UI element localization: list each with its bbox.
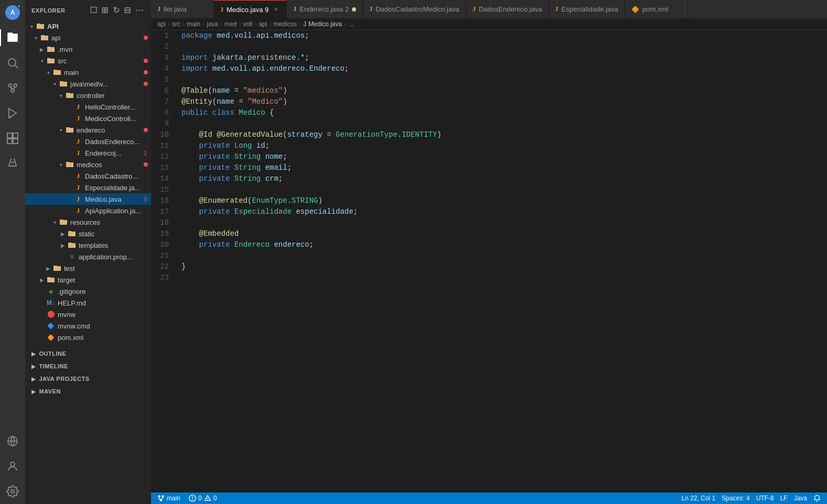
bc-api[interactable]: api [157,20,166,28]
sidebar-item-java[interactable]: ▾ java\med\v... [25,78,151,90]
sidebar-item-templates[interactable]: ▶ templates [25,239,151,251]
sidebar-item-gitignore[interactable]: ▶ ◈ .gitignore [25,286,151,297]
tab-controllerjava[interactable]: J ller.java [151,0,214,18]
tree-root[interactable]: ▾ API [25,20,151,32]
tab-bar: J ller.java J Medico.java 9 × J Endereco… [151,0,827,18]
more-options-icon[interactable]: ⋯ [134,4,145,16]
code-content[interactable]: package med.voll.api.medicos; import jak… [177,30,827,492]
sidebar-item-mvnw[interactable]: ▶ 🔴 mvnw [25,309,151,320]
line-number: 6 [151,85,173,96]
sidebar-item-api[interactable]: ▾ api [25,32,151,43]
source-control-icon [6,82,19,94]
refresh-icon[interactable]: ↻ [112,4,121,16]
bc-apiinner[interactable]: api [259,20,267,28]
medico-label: Medico.java [85,195,144,203]
maven-section[interactable]: ▶ MAVEN [25,385,151,398]
run-debug-button[interactable] [0,101,25,126]
accounts-button[interactable] [0,454,25,479]
svg-rect-10 [7,133,12,138]
sidebar-item-target[interactable]: ▶ target [25,274,151,286]
activity-bar-bottom [0,429,25,504]
bc-voll[interactable]: voll [243,20,252,28]
bc-more[interactable]: ... [348,20,353,28]
source-control-button[interactable] [0,75,25,101]
status-encoding[interactable]: UTF-8 [754,495,776,502]
sidebar-item-endereco[interactable]: ▾ endereco [25,124,151,136]
sidebar-item-helpmd[interactable]: ▶ M↓ HELP.md [25,297,151,309]
error-icon [189,495,196,502]
outline-section[interactable]: ▶ OUTLINE [25,347,151,360]
mc-java-icon: J [73,114,83,123]
settings-button[interactable] [0,479,25,504]
sidebar-item-src[interactable]: ▾ src [25,55,151,67]
sidebar-item-static[interactable]: ▶ static [25,228,151,239]
search-button[interactable] [0,50,25,75]
sidebar-item-controller[interactable]: ▾ controller [25,90,151,101]
line-number: 12 [151,151,173,162]
sidebar-item-main[interactable]: ▾ main [25,67,151,78]
remote-button[interactable] [0,429,25,454]
collapse-all-icon[interactable]: ⊟ [123,4,132,16]
bc-main[interactable]: main [187,20,200,28]
bc-sep1: › [168,20,170,28]
new-folder-icon[interactable]: ⊞ [100,4,110,16]
sidebar-item-resources[interactable]: ▾ resources [25,216,151,228]
bc-java[interactable]: java [207,20,218,28]
tab-especialidadejava[interactable]: J Especialidade.java [549,0,625,18]
tab-endereco-dot [352,7,356,12]
especialidade-label: Especialidade.ja... [85,184,151,192]
code-line [181,250,827,261]
status-language[interactable]: Java [792,495,809,502]
tab-pomxml[interactable]: 🔶 pom.xml [625,0,688,18]
line-number: 16 [151,195,173,206]
files-button[interactable] [0,25,25,50]
sidebar-item-enderecoj[interactable]: ▶ J Enderecoj... 2 [25,147,151,159]
sidebar-item-dadoscadastro[interactable]: ▶ J DadosCadastro... [25,170,151,182]
sidebar-item-medico[interactable]: ▶ J Medico.java 9 [25,193,151,205]
new-file-icon[interactable]: ☐ [89,4,99,16]
java-projects-section[interactable]: ▶ JAVA PROJECTS [25,372,151,385]
tab-dadosenderecojava[interactable]: J DadosEndereco.java [466,0,549,18]
bc-medicos[interactable]: medicos [273,20,297,28]
sidebar-item-especialidade[interactable]: ▶ J Especialidade.ja... [25,182,151,193]
outline-chevron: ▶ [31,351,36,357]
line-number: 1 [151,30,173,41]
extensions-button[interactable] [0,126,25,151]
medicocontroller-label: MedicoControll... [85,115,151,123]
tab-controller-label: ller.java [164,5,207,13]
timeline-section[interactable]: ▶ TIMELINE [25,360,151,372]
status-lineending[interactable]: LF [778,495,790,502]
avatar-button[interactable]: A [0,0,25,25]
hc-java-icon: J [73,102,83,112]
test-button[interactable] [0,151,25,176]
tab-medicojava[interactable]: J Medico.java 9 × [214,0,287,18]
timeline-chevron: ▶ [31,364,36,369]
bc-med[interactable]: med [224,20,237,28]
sidebar-item-test[interactable]: ▶ test [25,262,151,274]
status-branch[interactable]: main [155,495,182,502]
sidebar-item-application-prop[interactable]: ▶ ≡ application.prop... [25,251,151,262]
sidebar-item-mvnwcmd[interactable]: ▶ 🔷 mvnw.cmd [25,320,151,332]
sidebar-item-pomxml[interactable]: ▶ 🔶 pom.xml [25,332,151,343]
medicos-label: medicos [77,161,144,169]
sidebar-item-medicos[interactable]: ▾ medicos [25,159,151,170]
status-errors[interactable]: 0 0 [187,495,219,502]
tab-dadoscadastromedicojava[interactable]: J DadosCadastroMedico.java [363,0,466,18]
bc-src[interactable]: src [172,20,180,28]
tab-enderecojava[interactable]: J Endereco.java 2 [287,0,363,18]
sidebar-item-medicocontroller[interactable]: ▶ J MedicoControll... [25,113,151,124]
sidebar-item-apiapplication[interactable]: ▶ J ApiApplication.ja... [25,205,151,216]
sidebar-item-dadosendereco[interactable]: ▶ J DadosEndereco... [25,136,151,147]
code-editor[interactable]: 1234567891011121314151617181920212223 pa… [151,30,827,492]
tab-medico-close[interactable]: × [272,5,280,14]
sidebar-item-hellocontroller[interactable]: ▶ J HelloController... [25,101,151,113]
status-spaces[interactable]: Spaces: 4 [719,495,751,502]
status-line[interactable]: Ln 22, Col 1 [680,495,718,502]
sidebar-item-mvn[interactable]: ▶ .mvn [25,43,151,55]
endereco-chevron: ▾ [57,126,65,134]
status-notifications[interactable] [811,495,823,502]
code-line: } [181,261,827,272]
svg-line-7 [13,87,15,89]
line-numbers: 1234567891011121314151617181920212223 [151,30,177,492]
bc-medicofile[interactable]: Medico.java [308,20,342,28]
